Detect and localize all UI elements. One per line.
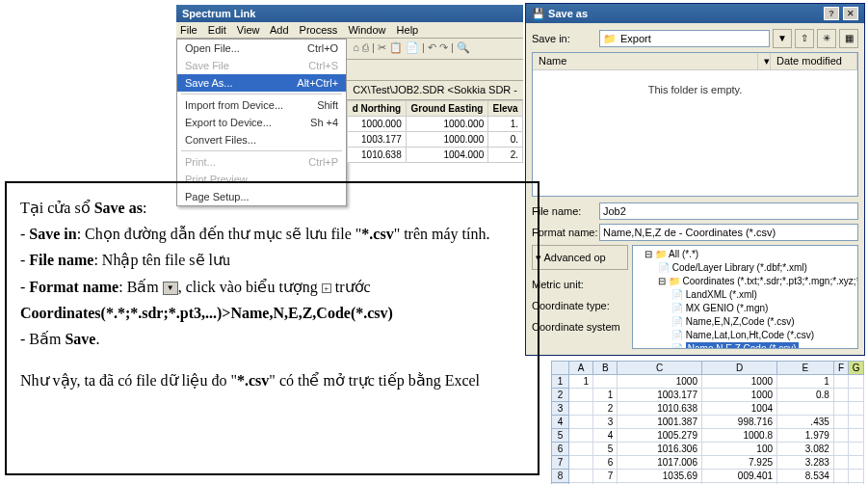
coord-sys-label: Coordinate system	[532, 316, 628, 337]
saveas-dialog: 💾 Save as ? ✕ Save in: 📁 Export ▼ ⇧ ✳ ▦ …	[525, 3, 865, 356]
excel-col-f[interactable]: F	[833, 362, 849, 375]
tree-coords[interactable]: ⊟ 📁 Coordinates (*.txt;*.sdr;*.pt3;*.mgn…	[635, 275, 855, 288]
save-in-label: Save in:	[532, 33, 599, 44]
menu-save-as[interactable]: Save As...Alt+Ctrl+	[177, 74, 346, 92]
filename-input[interactable]: Job2	[599, 202, 858, 220]
col-date[interactable]: Date modified	[771, 53, 857, 69]
excel-row[interactable]: 761017.006 7.9253.283	[552, 456, 864, 470]
excel-col-b[interactable]: B	[593, 362, 618, 375]
format-combo[interactable]: Name,N,E,Z de - Coordinates (*.csv)	[599, 224, 858, 241]
excel-col-d[interactable]: D	[701, 362, 776, 375]
save-in-combo[interactable]: 📁 Export	[599, 30, 770, 47]
tree-latlon[interactable]: 📄 Name,Lat,Lon,Ht,Code (*.csv)	[635, 329, 855, 342]
format-label: Format name:	[532, 227, 599, 238]
excel-row[interactable]: 211003.17710000.8	[552, 389, 864, 402]
folder-icon: 📁	[603, 33, 617, 45]
spectrum-window: Spectrum Link File Edit View Add Process…	[176, 5, 523, 206]
tree-codelayer[interactable]: 📄 Code/Layer Library (*.dbf;*.xml)	[635, 261, 855, 275]
col-name[interactable]: Name	[533, 53, 758, 69]
excel-row[interactable]: 321010.6381004	[552, 402, 864, 416]
menu-view[interactable]: View	[237, 24, 260, 36]
menu-add[interactable]: Add	[270, 24, 289, 36]
file-list[interactable]: Name ▾ Date modified This folder is empt…	[532, 52, 858, 197]
new-folder-button[interactable]: ✳	[817, 29, 836, 48]
excel-row[interactable]: 431001.387998.716.435	[552, 416, 864, 429]
menu-help[interactable]: Help	[397, 24, 419, 36]
tree-mxgenio[interactable]: 📄 MX GENIO (*.mgn)	[635, 302, 855, 315]
table-row[interactable]: 1003.1771000.0000.	[348, 132, 523, 148]
toolbar: ⌂ ⎙ | ✂ 📋 📄 | ↶ ↷ | 🔍	[347, 39, 523, 60]
breadcrumb: CX\Test\JOB2.SDR <Sokkia SDR -	[347, 81, 523, 100]
view-button[interactable]: ▦	[839, 29, 858, 48]
excel-row[interactable]: 651016.306100 3.082	[552, 443, 864, 456]
excel-row[interactable]: 11100010001	[552, 375, 864, 389]
excel-col-a[interactable]: A	[569, 362, 593, 375]
data-grid[interactable]: d Northing Ground Easting Eleva 1000.000…	[347, 100, 523, 163]
tree-all[interactable]: ⊟ 📁 All (*.*)	[635, 248, 855, 261]
metric-label: Metric unit:	[532, 274, 628, 295]
menu-print: Print...Ctrl+P	[177, 153, 346, 171]
close-button[interactable]: ✕	[843, 7, 858, 20]
menu-file[interactable]: File	[180, 24, 197, 36]
col-easting[interactable]: Ground Easting	[406, 101, 487, 117]
tree-landxml[interactable]: 📄 LandXML (*.xml)	[635, 288, 855, 302]
col-northing[interactable]: d Northing	[348, 101, 407, 117]
table-row[interactable]: 1000.0001000.0001.	[348, 117, 523, 132]
dropdown-button[interactable]: ▼	[773, 29, 792, 48]
help-button[interactable]: ?	[824, 7, 839, 20]
saveas-titlebar: 💾 Save as ? ✕	[526, 4, 864, 23]
menu-save-file: Save FileCtrl+S	[177, 57, 346, 74]
menu-process[interactable]: Process	[300, 24, 338, 36]
tree-nez-selected[interactable]: 📄 Name,N,E,Z,Code (*.csv)	[635, 342, 855, 349]
spectrum-menubar[interactable]: File Edit View Add Process Window Help	[176, 22, 523, 39]
menu-edit[interactable]: Edit	[208, 24, 226, 36]
excel-grid[interactable]: A B C D E F G 11100010001211003.17710000…	[551, 361, 864, 484]
table-row[interactable]: 1010.6381004.0002.	[348, 148, 523, 163]
spectrum-titlebar: Spectrum Link	[176, 5, 523, 22]
empty-message: This folder is empty.	[533, 70, 857, 95]
toolbar2	[347, 60, 523, 81]
up-folder-button[interactable]: ⇧	[795, 29, 814, 48]
excel-corner[interactable]	[552, 362, 569, 375]
excel-col-c[interactable]: C	[618, 362, 702, 375]
excel-col-e[interactable]: E	[777, 362, 834, 375]
filename-label: File name:	[532, 205, 599, 217]
format-tree[interactable]: ⊟ 📁 All (*.*) 📄 Code/Layer Library (*.db…	[632, 245, 858, 349]
dropdown-icon: ▼	[163, 282, 178, 295]
advanced-toggle[interactable]: ▾ Advanced op	[532, 245, 628, 270]
col-elev[interactable]: Eleva	[488, 101, 523, 117]
excel-col-g[interactable]: G	[849, 362, 864, 375]
menu-export-device[interactable]: Export to Device...Sh +4	[177, 114, 346, 131]
plus-icon: +	[322, 283, 331, 293]
menu-open-file[interactable]: Open File...Ctrl+O	[177, 40, 346, 57]
excel-row[interactable]: 541005.2791000.8 1.979	[552, 429, 864, 443]
excel-row[interactable]: 871035.69009.4018.534	[552, 470, 864, 483]
instruction-box: Tại cửa sổ Save as: - Save in: Chọn đườn…	[5, 181, 539, 475]
menu-import-device[interactable]: Import from Device...Shift	[177, 96, 346, 114]
coord-type-label: Coordinate type:	[532, 295, 628, 316]
tree-enz[interactable]: 📄 Name,E,N,Z,Code (*.csv)	[635, 315, 855, 329]
menu-convert-files[interactable]: Convert Files...	[177, 131, 346, 148]
menu-window[interactable]: Window	[348, 24, 385, 36]
